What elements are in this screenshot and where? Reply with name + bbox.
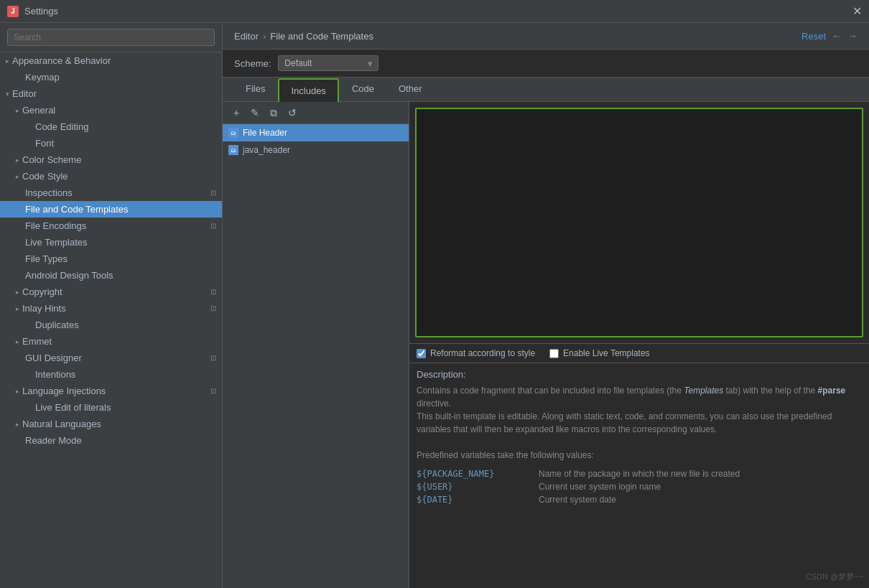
var-name-package: ${PACKAGE_NAME} [417, 469, 531, 479]
parse-bold: #parse [818, 386, 846, 396]
reformat-checkbox[interactable] [417, 349, 426, 358]
live-templates-option[interactable]: Enable Live Templates [549, 348, 650, 358]
template-toolbar: + ✎ ⧉ ↺ [223, 102, 409, 124]
sidebar-item-label: Code Style [22, 171, 216, 182]
var-name-date: ${DATE} [417, 495, 531, 505]
chevron-icon: ▸ [16, 289, 19, 296]
sidebar-item-label: File Encodings [25, 220, 208, 231]
scheme-select-wrapper: Default Project [278, 55, 378, 71]
tab-code[interactable]: Code [340, 78, 386, 101]
edit-template-button[interactable]: ✎ [247, 105, 263, 121]
sidebar-item-live-edit-of-literals[interactable]: Live Edit of literals [0, 399, 222, 416]
sidebar-item-appearance[interactable]: ▸Appearance & Behavior [0, 52, 222, 69]
chevron-icon: ▸ [16, 421, 19, 428]
sidebar-item-label: File and Code Templates [25, 204, 216, 215]
template-item-java-header[interactable]: 🗂 java_header [223, 141, 409, 159]
sidebar-item-label: Code Editing [35, 121, 216, 132]
sidebar-item-natural-languages[interactable]: ▸Natural Languages [0, 416, 222, 432]
sidebar-item-label: GUI Designer [25, 353, 208, 363]
chevron-icon: ▸ [16, 107, 19, 114]
add-template-button[interactable]: + [228, 105, 244, 121]
code-editor[interactable] [415, 108, 863, 337]
sidebar-item-code-style[interactable]: ▸Code Style [0, 168, 222, 185]
sidebar-item-label: Language Injections [22, 386, 208, 396]
sidebar-item-live-templates[interactable]: Live Templates [0, 234, 222, 251]
var-name-user: ${USER} [417, 482, 531, 492]
sidebar-item-font[interactable]: Font [0, 135, 222, 151]
tab-other[interactable]: Other [387, 78, 434, 101]
sidebar-item-file-types[interactable]: File Types [0, 251, 222, 267]
nav-forward-button[interactable]: → [847, 30, 858, 42]
live-templates-label: Enable Live Templates [563, 348, 650, 358]
sidebar-item-intentions[interactable]: Intentions [0, 366, 222, 383]
sidebar-item-inspections[interactable]: Inspections⊡ [0, 185, 222, 201]
watermark: CSDN @梦梦~~ [806, 571, 863, 582]
sidebar-item-reader-mode[interactable]: Reader Mode [0, 432, 222, 449]
sidebar-item-label: Copyright [22, 286, 208, 297]
live-templates-checkbox[interactable] [549, 349, 559, 358]
java-header-icon: 🗂 [228, 145, 238, 155]
java-header-label: java_header [243, 145, 290, 155]
sidebar: ▸Appearance & BehaviorKeymap▾Editor▸Gene… [0, 23, 223, 588]
templates-italic: Templates [684, 386, 723, 396]
sidebar-item-label: Inlay Hints [22, 303, 208, 314]
sidebar-item-general[interactable]: ▸General [0, 102, 222, 118]
var-desc-date: Current system date [539, 495, 616, 505]
main-layout: ▸Appearance & BehaviorKeymap▾Editor▸Gene… [0, 23, 869, 588]
var-row-user: ${USER} Current user system login name [417, 480, 862, 493]
reformat-option[interactable]: Reformat according to style [417, 348, 535, 358]
template-items: 🗂 File Header 🗂 java_header [223, 124, 409, 588]
nav-back-button[interactable]: ← [832, 30, 842, 42]
tabs-row: Files Includes Code Other [223, 78, 869, 102]
options-row: Reformat according to style Enable Live … [409, 343, 869, 363]
tab-includes[interactable]: Includes [278, 78, 338, 102]
sidebar-item-language-injections[interactable]: ▸Language Injections⊡ [0, 383, 222, 399]
window-title: Settings [24, 6, 58, 17]
close-button[interactable]: ✕ [852, 6, 862, 17]
sidebar-items-list: ▸Appearance & BehaviorKeymap▾Editor▸Gene… [0, 52, 222, 449]
sidebar-item-keymap[interactable]: Keymap [0, 69, 222, 85]
sidebar-item-label: Keymap [25, 72, 216, 83]
sidebar-item-file-encodings[interactable]: File Encodings⊡ [0, 218, 222, 234]
sidebar-item-label: Color Scheme [22, 154, 216, 165]
sidebar-item-gui-designer[interactable]: GUI Designer⊡ [0, 350, 222, 366]
var-desc-user: Current user system login name [539, 482, 661, 492]
description-title: Description: [417, 369, 862, 380]
sidebar-item-label: Live Templates [25, 237, 216, 248]
sidebar-item-color-scheme[interactable]: ▸Color Scheme [0, 151, 222, 168]
sidebar-item-badge: ⊡ [210, 222, 216, 230]
copy-template-button[interactable]: ⧉ [266, 105, 282, 121]
variable-table: ${PACKAGE_NAME} Name of the package in w… [417, 467, 862, 506]
sidebar-item-inlay-hints[interactable]: ▸Inlay Hints⊡ [0, 300, 222, 317]
editor-area: Reformat according to style Enable Live … [409, 102, 869, 588]
sidebar-item-emmet[interactable]: ▸Emmet [0, 333, 222, 350]
sidebar-item-label: Intentions [35, 369, 216, 380]
sidebar-item-badge: ⊡ [210, 288, 216, 296]
sidebar-item-badge: ⊡ [210, 354, 216, 362]
sidebar-item-editor[interactable]: ▾Editor [0, 85, 222, 102]
description-area: Description: Contains a code fragment th… [409, 363, 869, 588]
reset-button[interactable]: Reset [801, 31, 826, 42]
titlebar: J Settings ✕ [0, 0, 869, 23]
template-item-file-header[interactable]: 🗂 File Header [223, 124, 409, 141]
tab-files[interactable]: Files [234, 78, 276, 101]
reformat-label: Reformat according to style [430, 348, 535, 358]
description-text: Contains a code fragment that can be inc… [417, 384, 862, 462]
var-row-date: ${DATE} Current system date [417, 493, 862, 506]
sidebar-item-copyright[interactable]: ▸Copyright⊡ [0, 284, 222, 300]
app-icon: J [7, 6, 19, 17]
scheme-dropdown[interactable]: Default Project [278, 55, 378, 71]
var-row-package: ${PACKAGE_NAME} Name of the package in w… [417, 467, 862, 480]
sidebar-item-duplicates[interactable]: Duplicates [0, 317, 222, 333]
breadcrumb-parent: Editor [234, 31, 259, 42]
chevron-icon: ▸ [16, 338, 19, 345]
search-input[interactable] [7, 29, 215, 46]
sidebar-item-code-editing[interactable]: Code Editing [0, 118, 222, 135]
var-desc-package: Name of the package in which the new fil… [539, 469, 740, 479]
sidebar-item-android-design-tools[interactable]: Android Design Tools [0, 267, 222, 284]
revert-template-button[interactable]: ↺ [284, 105, 300, 121]
chevron-icon: ▸ [16, 305, 19, 312]
breadcrumb-bar: Editor › File and Code Templates Reset ←… [223, 23, 869, 50]
sidebar-search-container [0, 23, 222, 52]
sidebar-item-file-and-code-templates[interactable]: File and Code Templates [0, 201, 222, 218]
